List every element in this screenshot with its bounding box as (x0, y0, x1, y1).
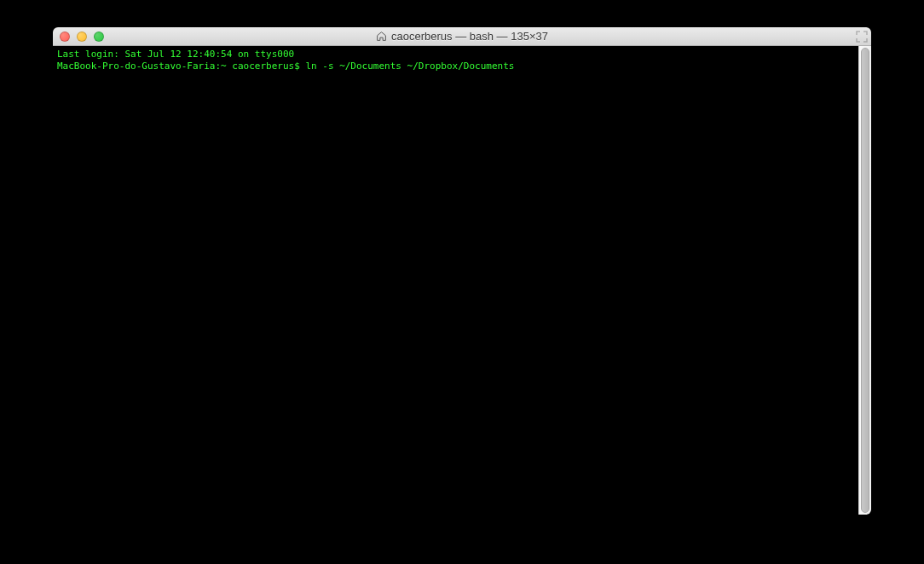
home-icon (376, 31, 387, 42)
scrollbar[interactable] (858, 46, 871, 515)
titlebar[interactable]: caocerberus — bash — 135×37 (53, 27, 871, 46)
title-wrap: caocerberus — bash — 135×37 (53, 27, 871, 45)
terminal-line: Last login: Sat Jul 12 12:40:54 on ttys0… (57, 49, 854, 60)
scrollbar-thumb[interactable] (861, 48, 869, 513)
traffic-lights (60, 32, 104, 42)
terminal-body: Last login: Sat Jul 12 12:40:54 on ttys0… (53, 46, 871, 515)
window-title: caocerberus — bash — 135×37 (391, 30, 548, 43)
zoom-button[interactable] (94, 32, 104, 42)
terminal-line: MacBook-Pro-do-Gustavo-Faria:~ caocerber… (57, 60, 854, 72)
terminal-content[interactable]: Last login: Sat Jul 12 12:40:54 on ttys0… (53, 46, 858, 515)
fullscreen-icon[interactable] (856, 31, 868, 43)
terminal-window: caocerberus — bash — 135×37 Last login: … (53, 27, 871, 515)
minimize-button[interactable] (77, 32, 87, 42)
close-button[interactable] (60, 32, 70, 42)
